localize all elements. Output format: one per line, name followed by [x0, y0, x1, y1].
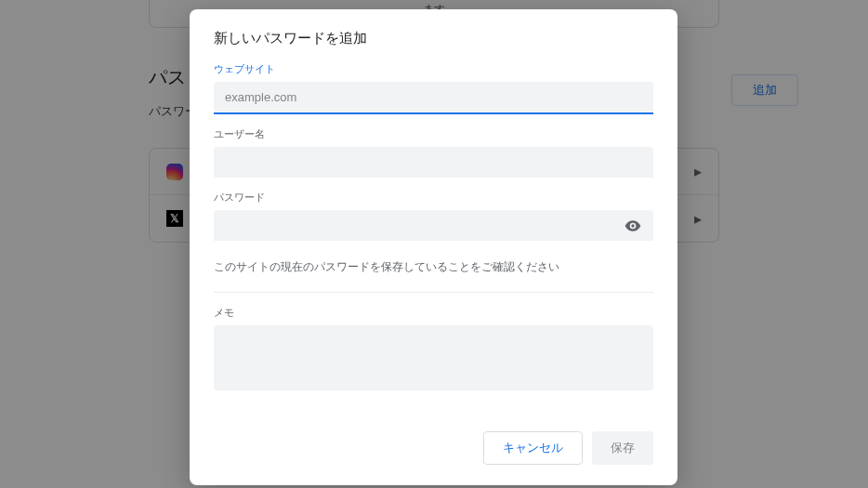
username-label: ユーザー名 [214, 127, 653, 141]
cancel-button[interactable]: キャンセル [483, 431, 583, 465]
website-label: ウェブサイト [214, 62, 653, 76]
username-input[interactable] [214, 147, 653, 178]
password-label: パスワード [214, 191, 653, 204]
password-input[interactable] [214, 210, 653, 241]
divider [214, 292, 653, 293]
memo-field: メモ [214, 306, 653, 394]
password-field: パスワード [214, 191, 653, 241]
add-password-dialog: 新しいパスワードを追加 ウェブサイト ユーザー名 パスワード このサイトの現在の… [190, 9, 677, 485]
memo-input[interactable] [214, 325, 653, 390]
dialog-title: 新しいパスワードを追加 [214, 30, 653, 47]
username-field: ユーザー名 [214, 127, 653, 178]
website-field: ウェブサイト [214, 62, 653, 114]
memo-label: メモ [214, 306, 653, 320]
password-hint: このサイトの現在のパスワードを保存していることをご確認ください [214, 259, 653, 275]
show-password-icon[interactable] [624, 217, 642, 235]
website-input[interactable] [214, 82, 653, 114]
save-button[interactable]: 保存 [592, 431, 653, 465]
dialog-actions: キャンセル 保存 [214, 431, 653, 465]
